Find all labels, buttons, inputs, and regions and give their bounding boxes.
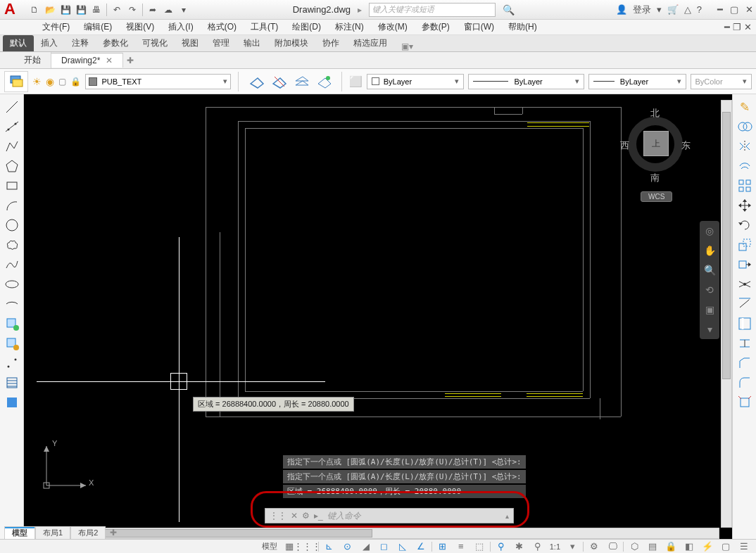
lock-icon[interactable]: 🔒 <box>70 77 81 87</box>
revision-cloud-tool[interactable] <box>2 235 22 255</box>
transparency-icon[interactable]: ⬚ <box>472 540 487 553</box>
saveas-icon[interactable]: 💾 <box>74 3 88 17</box>
color-combo[interactable]: ByLayer ▾ <box>367 74 465 89</box>
hatch-tool[interactable] <box>2 373 22 393</box>
ribbon-tab-insert[interactable]: 插入 <box>34 35 65 51</box>
ellipse-tool[interactable] <box>2 274 22 294</box>
mdi-minimize-icon[interactable]: ━ <box>724 22 730 32</box>
view-cube[interactable]: 上 北 南 西 东 WCS <box>617 101 694 193</box>
scale-tool[interactable] <box>735 235 755 255</box>
customize-icon[interactable]: ☰ <box>736 540 752 553</box>
3dosnap-icon[interactable]: ◺ <box>395 540 410 553</box>
layer-match-icon[interactable] <box>313 72 334 91</box>
cmdline-close-icon[interactable]: ✕ <box>291 511 298 521</box>
snap-icon[interactable]: ⋮⋮⋮ <box>300 540 315 553</box>
bulb-icon[interactable]: ◉ <box>46 76 54 87</box>
isodraft-icon[interactable]: ◢ <box>358 540 374 553</box>
menu-help[interactable]: 帮助(H) <box>503 20 543 34</box>
array-tool[interactable] <box>735 176 755 196</box>
mdi-restore-icon[interactable]: ❐ <box>733 22 741 32</box>
join-tool[interactable] <box>735 333 755 353</box>
layout-tab-2[interactable]: 布局2 <box>70 526 106 540</box>
signin-icon[interactable]: 👤 <box>616 4 627 15</box>
nav-wheel-icon[interactable]: ◎ <box>703 224 717 238</box>
gradient-tool[interactable] <box>2 393 22 412</box>
monitor-icon[interactable]: 🖵 <box>605 540 620 553</box>
offset-tool[interactable] <box>735 156 755 176</box>
app-store-icon[interactable]: △ <box>684 4 691 15</box>
ribbon-tab-collaborate[interactable]: 协作 <box>315 35 346 51</box>
menu-window[interactable]: 窗口(W) <box>458 20 500 34</box>
arc-tool[interactable] <box>2 196 22 215</box>
scale-label[interactable]: 1:1 <box>548 542 562 551</box>
ribbon-tab-addins[interactable]: 附加模块 <box>267 35 315 51</box>
line-tool[interactable] <box>2 97 22 117</box>
annotation-scale-icon[interactable]: ⚲ <box>493 540 509 553</box>
extend-tool[interactable] <box>735 294 755 314</box>
pencil-tool[interactable]: ✎ <box>735 97 755 117</box>
layer-state-icon[interactable] <box>246 72 267 91</box>
title-arrow-icon[interactable]: ▸ <box>358 5 362 15</box>
maximize-icon[interactable]: ▢ <box>730 4 738 15</box>
explode-tool[interactable] <box>735 393 755 412</box>
status-model-label[interactable]: 模型 <box>260 541 279 552</box>
lineweight-combo[interactable]: ByLayer ▾ <box>588 74 686 89</box>
trim-tool[interactable] <box>735 274 755 294</box>
ribbon-tab-view[interactable]: 视图 <box>175 35 206 51</box>
viewcube-north[interactable]: 北 <box>650 107 660 120</box>
ribbon-tab-annotate[interactable]: 注释 <box>65 35 96 51</box>
redo-icon[interactable]: ↷ <box>125 3 139 17</box>
spline-tool[interactable] <box>2 255 22 274</box>
doc-tab-start[interactable]: 开始 <box>14 52 51 68</box>
cmdline-settings-icon[interactable]: ⚙ <box>302 511 310 521</box>
ribbon-tab-parametric[interactable]: 参数化 <box>96 35 135 51</box>
insert-block-tool[interactable] <box>2 314 22 333</box>
vertical-scrollbar[interactable] <box>721 100 732 528</box>
horizontal-scrollbar[interactable] <box>30 528 719 539</box>
help-icon[interactable]: ? <box>697 4 702 15</box>
menu-insert[interactable]: 插入(I) <box>163 20 199 34</box>
nav-pan-icon[interactable]: ✋ <box>703 243 717 258</box>
mdi-close-icon[interactable]: ✕ <box>744 22 752 32</box>
new-tab-button[interactable]: ✚ <box>123 56 137 65</box>
undo-icon[interactable]: ↶ <box>110 3 124 17</box>
layout-tab-1[interactable]: 布局1 <box>35 526 70 540</box>
make-block-tool[interactable] <box>2 333 22 353</box>
sun-icon[interactable]: ☀ <box>32 76 42 87</box>
point-tool[interactable] <box>2 353 22 373</box>
otrack-icon[interactable]: ∠ <box>413 540 429 553</box>
hardware-accel-icon[interactable]: ⚡ <box>700 540 715 553</box>
fillet-tool[interactable] <box>735 373 755 393</box>
menu-format[interactable]: 格式(O) <box>202 20 242 34</box>
menu-draw[interactable]: 绘图(D) <box>286 20 327 34</box>
layer-isolate-icon[interactable] <box>291 72 312 91</box>
nav-dropdown-icon[interactable]: ▾ <box>703 322 717 336</box>
scale-dropdown-icon[interactable]: ▾ <box>565 540 580 553</box>
polygon-tool[interactable] <box>2 156 22 176</box>
drawing-canvas[interactable]: 区域 = 26888400.0000，周长 = 20880.0000 Y X 上… <box>24 94 732 539</box>
layer-combo[interactable]: PUB_TEXT ▾ <box>85 74 231 89</box>
viewcube-east[interactable]: 东 <box>681 139 691 152</box>
cloud-icon[interactable]: ☁ <box>161 3 175 17</box>
ribbon-tab-output[interactable]: 输出 <box>237 35 267 51</box>
rectangle-tool[interactable] <box>2 176 22 196</box>
cmdline-handle-icon[interactable]: ⋮⋮ <box>270 511 286 521</box>
new-file-icon[interactable]: 🗋 <box>27 3 42 17</box>
layer-off-icon[interactable] <box>268 72 289 91</box>
lock-ui-icon[interactable]: 🔒 <box>663 540 679 553</box>
bycolor-combo[interactable]: ByColor ▾ <box>691 74 752 89</box>
lineweight-icon[interactable]: ≡ <box>453 540 469 553</box>
close-icon[interactable]: ✕ <box>745 4 753 15</box>
polyline-tool[interactable] <box>2 136 22 156</box>
ribbon-tab-visualize[interactable]: 可视化 <box>135 35 175 51</box>
viewcube-west[interactable]: 西 <box>620 139 629 152</box>
freeze-icon[interactable]: ▢ <box>58 77 66 87</box>
ucs-icon[interactable]: Y X <box>39 439 96 497</box>
layout-add-button[interactable]: ✚ <box>106 527 121 538</box>
quick-props-icon[interactable]: ▤ <box>645 540 660 553</box>
search-input[interactable]: 键入关键字或短语 <box>369 3 496 17</box>
menu-view[interactable]: 视图(V) <box>120 20 160 34</box>
viewcube-top[interactable]: 上 <box>643 131 669 156</box>
viewcube-south[interactable]: 南 <box>650 172 660 184</box>
tab-close-icon[interactable]: ✕ <box>106 56 113 65</box>
